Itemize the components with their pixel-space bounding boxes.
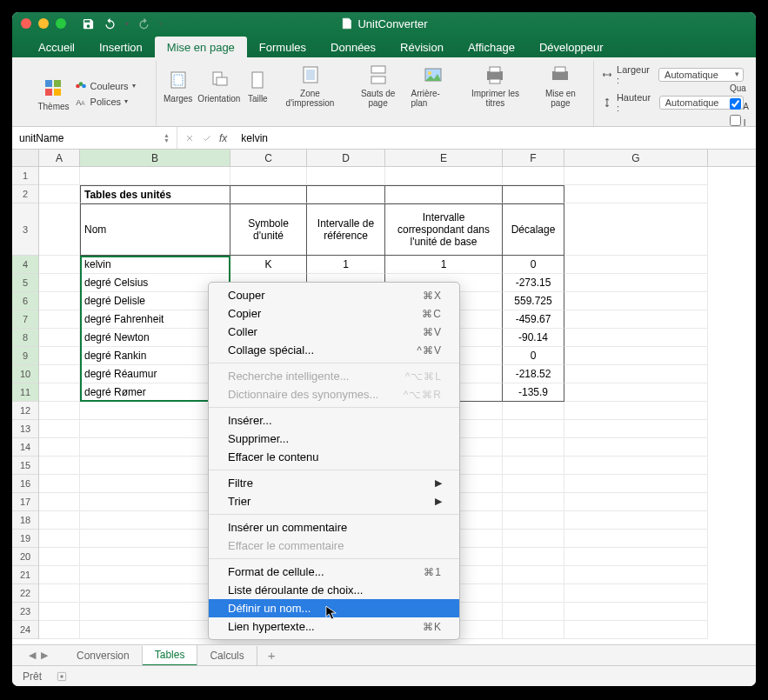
tab-affichage[interactable]: Affichage bbox=[456, 37, 527, 57]
row-header-21[interactable]: 21 bbox=[12, 566, 38, 584]
context-menu-item[interactable]: Insérer... bbox=[209, 411, 459, 430]
tab-developpeur[interactable]: Développeur bbox=[527, 37, 616, 57]
fx-icon[interactable]: fx bbox=[219, 132, 227, 144]
table-header-intervalle-ref[interactable]: Intervalle de référence bbox=[307, 203, 385, 256]
row-header-15[interactable]: 15 bbox=[12, 457, 38, 475]
name-box[interactable]: unitName ▲▼ bbox=[12, 127, 177, 149]
row-header-11[interactable]: 11 bbox=[12, 383, 38, 402]
redo-icon[interactable] bbox=[137, 17, 150, 30]
select-all-corner[interactable] bbox=[12, 150, 39, 166]
context-menu-item[interactable]: Effacer le contenu bbox=[209, 448, 459, 466]
col-header-E[interactable]: E bbox=[385, 150, 503, 166]
row-header-17[interactable]: 17 bbox=[12, 493, 38, 511]
table-row[interactable]: kelvinK110 bbox=[39, 256, 708, 274]
row-header-4[interactable]: 4 bbox=[12, 256, 38, 274]
row-header-19[interactable]: 19 bbox=[12, 530, 38, 548]
background-icon bbox=[423, 64, 444, 85]
col-header-D[interactable]: D bbox=[307, 150, 385, 166]
close-window-button[interactable] bbox=[21, 18, 31, 29]
add-sheet-button[interactable]: + bbox=[257, 644, 286, 666]
minimize-window-button[interactable] bbox=[38, 18, 49, 29]
tab-formules[interactable]: Formules bbox=[247, 37, 318, 57]
breaks-button[interactable]: Sauts de page bbox=[351, 63, 406, 108]
print-titles-button[interactable]: Imprimer les titres bbox=[461, 63, 530, 108]
row-header-24[interactable]: 24 bbox=[12, 621, 38, 639]
row-header-16[interactable]: 16 bbox=[12, 475, 38, 493]
name-box-steppers[interactable]: ▲▼ bbox=[164, 133, 170, 143]
page-setup-button[interactable]: Mise en page bbox=[535, 63, 586, 108]
sheet-nav-next[interactable]: ▶ bbox=[41, 650, 48, 661]
row-header-1[interactable]: 1 bbox=[12, 167, 38, 185]
size-button[interactable]: Taille bbox=[245, 68, 270, 103]
context-menu-item[interactable]: Lien hypertexte...⌘K bbox=[209, 617, 459, 636]
col-header-C[interactable]: C bbox=[230, 150, 307, 166]
row-header-6[interactable]: 6 bbox=[12, 292, 38, 310]
macro-record-icon[interactable] bbox=[56, 670, 68, 683]
context-menu-item[interactable]: Couper⌘X bbox=[209, 286, 459, 304]
context-menu-item[interactable]: Collage spécial...^⌘V bbox=[209, 341, 459, 359]
margins-button[interactable]: Marges bbox=[164, 68, 192, 103]
table-title[interactable]: Tables des unités bbox=[80, 185, 230, 203]
redo-dropdown-icon[interactable]: ▾ bbox=[159, 20, 163, 28]
accept-formula-icon[interactable] bbox=[202, 133, 212, 143]
row-header-14[interactable]: 14 bbox=[12, 438, 38, 457]
row-header-8[interactable]: 8 bbox=[12, 329, 38, 347]
background-button[interactable]: Arrière-plan bbox=[411, 63, 457, 108]
print-area-button[interactable]: Zone d'impression bbox=[275, 63, 344, 108]
print-checkbox[interactable] bbox=[730, 115, 741, 126]
sheet-tab-conversion[interactable]: Conversion bbox=[64, 646, 143, 665]
row-header-22[interactable]: 22 bbox=[12, 584, 38, 603]
row-header-18[interactable]: 18 bbox=[12, 511, 38, 530]
sheet-tab-calculs[interactable]: Calculs bbox=[197, 646, 257, 665]
ribbon-tabs: Accueil Insertion Mise en page Formules … bbox=[12, 35, 756, 57]
context-menu-item[interactable]: Supprimer... bbox=[209, 430, 459, 448]
formula-input[interactable]: kelvin bbox=[234, 132, 756, 144]
tab-donnees[interactable]: Données bbox=[318, 37, 388, 57]
col-header-F[interactable]: F bbox=[503, 150, 564, 166]
themes-button[interactable]: Thèmes bbox=[37, 76, 69, 111]
row-header-20[interactable]: 20 bbox=[12, 548, 38, 566]
table-header-decalage[interactable]: Décalage bbox=[503, 203, 564, 256]
undo-icon[interactable] bbox=[104, 17, 117, 30]
show-checkbox[interactable] bbox=[730, 98, 741, 110]
tab-insertion[interactable]: Insertion bbox=[87, 37, 155, 57]
sheet-nav-prev[interactable]: ◀ bbox=[29, 650, 36, 661]
context-menu-item[interactable]: Format de cellule...⌘1 bbox=[209, 563, 459, 581]
context-menu-item[interactable]: Insérer un commentaire bbox=[209, 518, 459, 537]
context-menu-item[interactable]: Trier▶ bbox=[209, 492, 459, 510]
maximize-window-button[interactable] bbox=[56, 18, 66, 29]
svg-rect-17 bbox=[371, 77, 385, 83]
row-header-23[interactable]: 23 bbox=[12, 603, 38, 621]
table-header-nom[interactable]: Nom bbox=[80, 203, 230, 256]
row-header-2[interactable]: 2 bbox=[12, 185, 38, 203]
row-header-13[interactable]: 13 bbox=[12, 420, 38, 438]
col-header-A[interactable]: A bbox=[39, 150, 80, 166]
context-menu-item[interactable]: Filtre▶ bbox=[209, 474, 459, 492]
tab-mise-en-page[interactable]: Mise en page bbox=[155, 37, 247, 57]
table-header-symbole[interactable]: Symbole d'unité bbox=[230, 203, 307, 256]
row-header-7[interactable]: 7 bbox=[12, 310, 38, 329]
table-header-intervalle-base[interactable]: Intervalle correspondant dans l'unité de… bbox=[385, 203, 503, 256]
svg-rect-22 bbox=[490, 79, 500, 83]
colors-button[interactable]: Couleurs ▾ bbox=[75, 80, 136, 92]
undo-dropdown-icon[interactable]: ▾ bbox=[125, 20, 129, 28]
context-menu-item[interactable]: Définir un nom... bbox=[209, 599, 459, 617]
context-menu-item[interactable]: Copier⌘C bbox=[209, 304, 459, 323]
tab-accueil[interactable]: Accueil bbox=[26, 37, 87, 57]
fonts-button[interactable]: AA Polices ▾ bbox=[75, 96, 136, 108]
sheet-tab-tables[interactable]: Tables bbox=[143, 645, 198, 666]
context-menu-item[interactable]: Coller⌘V bbox=[209, 323, 459, 341]
width-icon bbox=[601, 69, 613, 81]
row-header-9[interactable]: 9 bbox=[12, 347, 38, 365]
tab-revision[interactable]: Révision bbox=[388, 37, 456, 57]
save-icon[interactable] bbox=[82, 17, 95, 30]
context-menu-item[interactable]: Liste déroulante de choix... bbox=[209, 581, 459, 599]
row-header-10[interactable]: 10 bbox=[12, 365, 38, 383]
col-header-G[interactable]: G bbox=[564, 150, 708, 166]
cancel-formula-icon[interactable] bbox=[184, 133, 195, 143]
row-header-5[interactable]: 5 bbox=[12, 274, 38, 292]
orientation-button[interactable]: Orientation bbox=[197, 68, 240, 103]
row-header-12[interactable]: 12 bbox=[12, 402, 38, 420]
row-header-3[interactable]: 3 bbox=[12, 203, 38, 256]
col-header-B[interactable]: B bbox=[80, 150, 230, 166]
